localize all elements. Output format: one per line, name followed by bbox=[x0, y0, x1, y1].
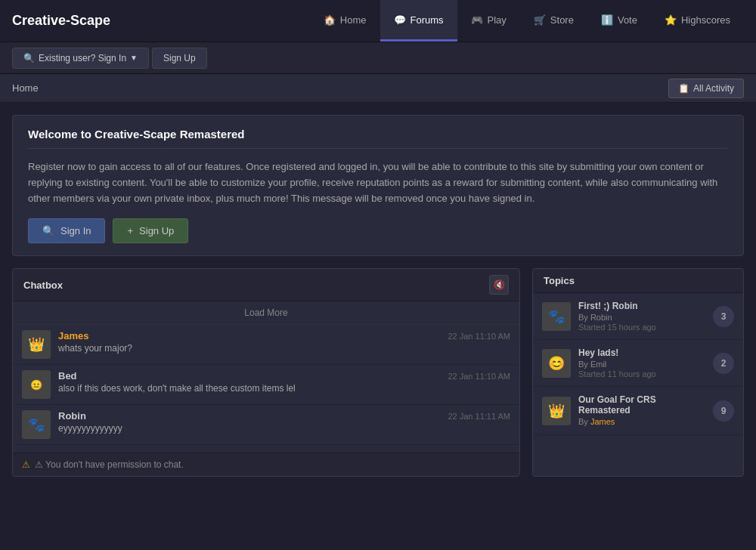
signup-label: Sign Up bbox=[163, 53, 196, 63]
topic-body-2: Hey lads! By Emil Started 11 hours ago bbox=[578, 348, 705, 379]
topic-item-3[interactable]: 👑 Our Goal For CRS Remastered By James 9 bbox=[533, 387, 743, 435]
welcome-panel: Welcome to Creative-Scape Remastered Reg… bbox=[12, 115, 744, 256]
topic-started-1: Started 15 hours ago bbox=[578, 323, 705, 332]
chat-text-james: whats your major? bbox=[58, 343, 510, 354]
nav-store-label: Store bbox=[550, 14, 574, 26]
chat-meta-james: James 22 Jan 11:10 AM bbox=[58, 330, 510, 341]
warning-icon: ⚠ bbox=[22, 459, 30, 470]
paw-icon: 🐾 bbox=[28, 416, 45, 433]
topic-by-label-1: By Robin bbox=[578, 313, 612, 322]
topic-by-3: By James bbox=[578, 417, 705, 426]
home-icon: 🏠 bbox=[324, 14, 336, 26]
topic-title-1: First! ;) Robin bbox=[578, 301, 705, 311]
topic-title-2: Hey lads! bbox=[578, 348, 705, 358]
site-logo[interactable]: Creative-Scape bbox=[12, 13, 110, 29]
topic-by-1: By Robin bbox=[578, 313, 705, 322]
chat-text-bed: also if this does work, don't make all t… bbox=[58, 383, 510, 394]
chat-message-1: 👑 James 22 Jan 11:10 AM whats your major… bbox=[13, 325, 519, 365]
chat-username-robin[interactable]: Robin bbox=[58, 410, 86, 422]
top-nav: Creative-Scape 🏠 Home 💬 Forums 🎮 Play 🛒 … bbox=[0, 0, 756, 42]
chat-avatar-bed: 😐 bbox=[22, 370, 51, 399]
speaker-icon: 🔇 bbox=[494, 280, 505, 290]
nav-highscores[interactable]: ⭐ Highscores bbox=[651, 0, 744, 42]
chatbox-mute-button[interactable]: 🔇 bbox=[489, 275, 509, 295]
activity-icon: 📋 bbox=[678, 83, 689, 94]
store-icon: 🛒 bbox=[534, 14, 546, 26]
nav-vote[interactable]: ℹ️ Vote bbox=[587, 0, 651, 42]
all-activity-label: All Activity bbox=[693, 83, 734, 94]
topic-count-2: 2 bbox=[713, 353, 734, 374]
chat-messages[interactable]: Load More 👑 James 22 Jan 11:10 AM whats … bbox=[13, 301, 519, 453]
chat-input-bar: ⚠ ⚠ You don't have permission to chat. bbox=[13, 453, 519, 476]
forums-icon: 💬 bbox=[394, 14, 406, 26]
chat-meta-robin: Robin 22 Jan 11:11 AM bbox=[58, 410, 510, 422]
chat-username-james[interactable]: James bbox=[58, 330, 88, 341]
main-content: Welcome to Creative-Scape Remastered Reg… bbox=[0, 103, 756, 550]
topic-avatar-2: 😊 bbox=[542, 349, 571, 378]
chat-body-bed: Bed 22 Jan 11:10 AM also if this does wo… bbox=[58, 370, 510, 394]
chat-message-3: 🐾 Robin 22 Jan 11:11 AM eyyyyyyyyyyyyy bbox=[13, 405, 519, 445]
signin-label: Existing user? Sign In bbox=[39, 53, 126, 63]
topic-title-3: Our Goal For CRS Remastered bbox=[578, 394, 705, 416]
topic-by-2: By Emil bbox=[578, 360, 705, 369]
play-icon: 🎮 bbox=[471, 14, 483, 26]
topic-item-1[interactable]: 🐾 First! ;) Robin By Robin Started 15 ho… bbox=[533, 293, 743, 340]
load-more-button[interactable]: Load More bbox=[13, 301, 519, 325]
topic-started-2: Started 11 hours ago bbox=[578, 369, 705, 379]
nav-play[interactable]: 🎮 Play bbox=[457, 0, 520, 42]
signin-search-icon: 🔍 bbox=[42, 225, 54, 236]
chat-message-2: 😐 Bed 22 Jan 11:10 AM also if this does … bbox=[13, 365, 519, 405]
welcome-actions: 🔍 Sign In + Sign Up bbox=[28, 218, 728, 243]
dropdown-arrow-icon: ▼ bbox=[130, 54, 138, 62]
chatbox-title: Chatbox bbox=[23, 280, 63, 291]
plus-icon: + bbox=[127, 225, 133, 236]
nav-store[interactable]: 🛒 Store bbox=[520, 0, 587, 42]
topic-face-icon: 😊 bbox=[548, 355, 565, 372]
all-activity-button[interactable]: 📋 All Activity bbox=[668, 79, 744, 98]
welcome-signup-button[interactable]: + Sign Up bbox=[113, 218, 188, 243]
topic-crown-icon: 👑 bbox=[548, 403, 565, 419]
signin-button[interactable]: 🔍 Existing user? Sign In ▼ bbox=[12, 48, 149, 69]
chat-body-james: James 22 Jan 11:10 AM whats your major? bbox=[58, 330, 510, 354]
topic-body-1: First! ;) Robin By Robin Started 15 hour… bbox=[578, 301, 705, 332]
topic-by-username-3[interactable]: James bbox=[590, 417, 615, 426]
topic-count-1: 3 bbox=[713, 306, 734, 327]
welcome-signin-button[interactable]: 🔍 Sign In bbox=[28, 218, 105, 243]
chat-timestamp-bed: 22 Jan 11:10 AM bbox=[448, 372, 510, 381]
crown-icon: 👑 bbox=[28, 336, 45, 353]
breadcrumb[interactable]: Home bbox=[12, 82, 39, 94]
nav-play-label: Play bbox=[488, 14, 507, 26]
signin-icon: 🔍 bbox=[23, 53, 35, 63]
topic-count-3: 9 bbox=[713, 400, 734, 422]
topic-avatar-1: 🐾 bbox=[542, 302, 571, 331]
topic-by-label-2: By Emil bbox=[578, 360, 606, 369]
chat-timestamp-james: 22 Jan 11:10 AM bbox=[448, 332, 510, 341]
chat-text-robin: eyyyyyyyyyyyyy bbox=[58, 423, 510, 434]
signup-button[interactable]: Sign Up bbox=[152, 48, 207, 69]
highscores-icon: ⭐ bbox=[665, 14, 677, 26]
nav-vote-label: Vote bbox=[618, 14, 637, 26]
welcome-signin-label: Sign In bbox=[60, 225, 91, 236]
chatbox-header: Chatbox 🔇 bbox=[13, 269, 519, 301]
topic-by-label-3: By bbox=[578, 417, 590, 426]
vote-icon: ℹ️ bbox=[601, 14, 613, 26]
chat-meta-bed: Bed 22 Jan 11:10 AM bbox=[58, 370, 510, 382]
face-icon: 😐 bbox=[30, 379, 42, 391]
welcome-signup-label: Sign Up bbox=[139, 225, 174, 236]
topic-body-3: Our Goal For CRS Remastered By James bbox=[578, 394, 705, 427]
topic-item-2[interactable]: 😊 Hey lads! By Emil Started 11 hours ago… bbox=[533, 340, 743, 387]
chat-avatar-robin: 🐾 bbox=[22, 410, 51, 439]
nav-home-label: Home bbox=[340, 14, 367, 26]
nav-items: 🏠 Home 💬 Forums 🎮 Play 🛒 Store ℹ️ Vote ⭐… bbox=[310, 0, 744, 42]
nav-highscores-label: Highscores bbox=[681, 14, 730, 26]
chatbox-panel: Chatbox 🔇 Load More 👑 James 22 Jan 11:10… bbox=[12, 268, 520, 477]
topic-paw-icon: 🐾 bbox=[548, 308, 565, 325]
bottom-section: Chatbox 🔇 Load More 👑 James 22 Jan 11:10… bbox=[12, 268, 744, 477]
welcome-text: Register now to gain access to all of ou… bbox=[28, 159, 728, 206]
sub-nav: 🔍 Existing user? Sign In ▼ Sign Up bbox=[0, 42, 756, 74]
chat-username-bed[interactable]: Bed bbox=[58, 370, 77, 382]
topics-header: Topics bbox=[533, 269, 743, 293]
breadcrumb-bar: Home 📋 All Activity bbox=[0, 74, 756, 103]
nav-forums[interactable]: 💬 Forums bbox=[380, 0, 457, 42]
nav-home[interactable]: 🏠 Home bbox=[310, 0, 380, 42]
